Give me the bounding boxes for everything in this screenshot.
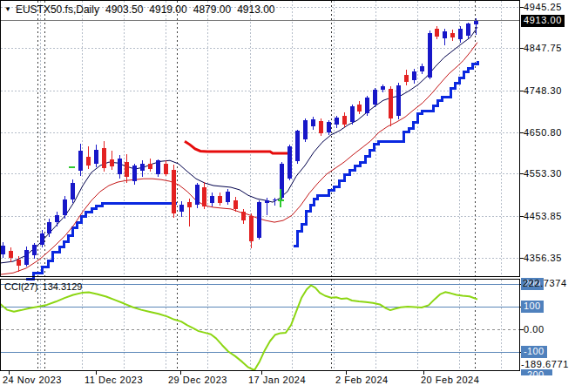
cci-indicator-line <box>0 286 477 371</box>
candle-body <box>187 202 192 207</box>
candle-body <box>210 196 214 203</box>
candle-body <box>86 157 91 166</box>
candle-body <box>295 131 300 161</box>
candle-body <box>412 71 416 80</box>
candle-body <box>319 121 323 133</box>
price-axis-label: 4453.85 <box>524 211 562 222</box>
quote-low: 4879.00 <box>193 3 231 16</box>
candle-body <box>466 24 470 36</box>
time-axis-label: 29 Dec 2023 <box>168 375 227 386</box>
indicator-value: 134.3129 <box>43 281 83 292</box>
price-axis-label: 4748.30 <box>524 85 562 97</box>
time-axis-label: 24 Nov 2023 <box>3 375 62 386</box>
candle-body <box>404 75 409 82</box>
candle-body <box>303 120 308 139</box>
candle-body <box>327 122 331 132</box>
cci-zero-label: 0.00 <box>524 324 545 335</box>
candle-body <box>17 260 21 266</box>
candle-body <box>350 106 355 122</box>
candle-body <box>335 118 339 125</box>
chart-canvas[interactable] <box>0 0 575 392</box>
candle-body <box>156 160 160 174</box>
price-axis-label: 4847.75 <box>524 43 562 54</box>
cci-level-badge: -100 <box>521 346 547 358</box>
candle-body <box>179 205 184 212</box>
cci-max-label: 222.7374 <box>523 278 567 289</box>
candle-body <box>226 192 230 202</box>
candle-body <box>40 233 44 245</box>
candle-body <box>132 166 137 181</box>
candle-body <box>288 146 292 179</box>
quote-open: 4903.50 <box>105 3 143 16</box>
time-axis-label: 11 Dec 2023 <box>85 375 143 386</box>
time-axis-label: 20 Feb 2024 <box>421 375 479 386</box>
trailing-stop-blue-line <box>26 203 177 280</box>
cci-level-badge: 100 <box>521 301 544 313</box>
candle-body <box>273 199 277 200</box>
cci-min-label: -189.6771 <box>521 359 569 370</box>
candle-body <box>125 162 129 177</box>
candle-body <box>381 86 385 90</box>
candle-body <box>265 200 269 203</box>
candle-body <box>435 29 439 37</box>
candle-body <box>218 196 222 203</box>
candle-body <box>32 245 37 256</box>
quote-close: 4913.00 <box>237 3 274 16</box>
time-axis-label: 2 Feb 2024 <box>335 375 389 386</box>
candle-body <box>172 170 176 213</box>
candle-body <box>140 164 145 171</box>
candle-body <box>102 148 106 168</box>
indicator-label: CCI(27)134.3129 <box>4 281 82 292</box>
candle-body <box>420 66 424 71</box>
candle-body <box>458 29 463 39</box>
candle-body <box>164 164 168 174</box>
candle-body <box>94 150 98 164</box>
candle-body <box>342 116 347 125</box>
price-axis-label: 4553.30 <box>524 168 562 179</box>
candle-body <box>257 202 261 238</box>
trailing-stop-red-line <box>185 141 288 153</box>
candle-body <box>195 185 200 205</box>
symbol-quote-header: ▼EUSTX50.fs,Daily4903.504919.004879.0049… <box>4 3 275 16</box>
time-axis-label: 17 Jan 2024 <box>248 375 306 386</box>
candle-body <box>357 105 362 112</box>
candle-body <box>249 216 254 241</box>
candle-body <box>428 33 432 78</box>
candle-body <box>233 200 238 209</box>
candle-body <box>148 164 152 169</box>
candle-body <box>202 187 206 206</box>
cci-level-badge-clipped: -200 <box>521 369 552 375</box>
candle-body <box>373 90 377 105</box>
candle-body <box>63 199 67 216</box>
candle-body <box>47 222 51 233</box>
candle-body <box>389 89 393 118</box>
chart-dropdown-icon[interactable]: ▼ <box>4 5 11 13</box>
candle-body <box>443 31 447 38</box>
candle-body <box>241 212 246 220</box>
indicator-name: CCI(27) <box>4 281 38 292</box>
candle-body <box>24 250 29 265</box>
cci-level-badge: -200 <box>521 369 552 375</box>
candle-body <box>474 21 478 25</box>
trailing-stop-blue-line <box>294 61 477 246</box>
candle-body <box>311 119 315 126</box>
trading-chart-window: ▼EUSTX50.fs,Daily4903.504919.004879.0049… <box>0 0 575 392</box>
candle-body <box>55 215 59 222</box>
candle-body <box>118 159 122 174</box>
candle-body <box>365 98 369 113</box>
symbol-timeframe-label: EUSTX50.fs,Daily <box>16 3 99 16</box>
quote-high: 4919.00 <box>149 3 186 16</box>
candle-body <box>1 246 5 254</box>
candle-body <box>396 85 401 116</box>
candle-body <box>450 33 455 37</box>
candle-body <box>110 159 114 166</box>
price-axis-label: 4650.80 <box>524 127 562 139</box>
candle-body <box>71 183 75 199</box>
candle-body <box>78 151 83 171</box>
price-axis-label: 4945.25 <box>524 2 562 13</box>
current-price-badge: 4913.00 <box>521 15 565 27</box>
price-axis-label: 4356.35 <box>524 253 562 264</box>
candle-body <box>9 251 13 258</box>
